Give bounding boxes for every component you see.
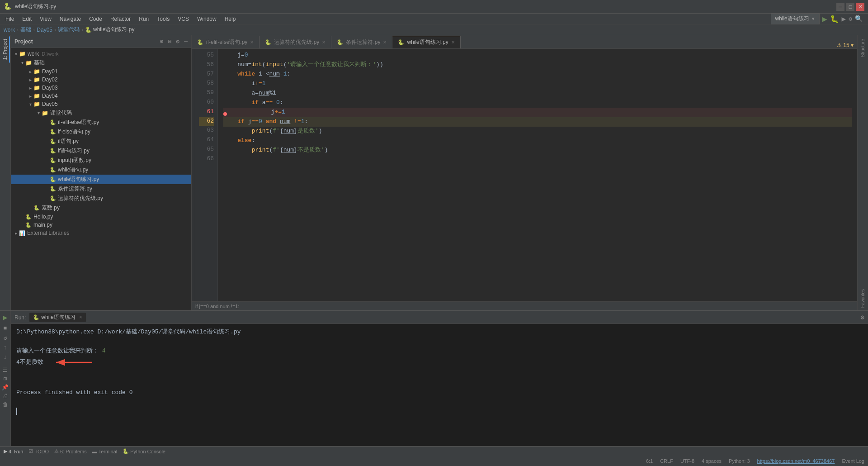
breadcrumb-day05[interactable]: Day05 [37, 27, 52, 33]
project-close-icon[interactable]: ─ [184, 38, 188, 45]
toolbar-search-icon[interactable]: 🔍 [855, 15, 863, 23]
code-area[interactable]: j=0 num=int(input('请输入一个任意数让我来判断：')) whi… [218, 49, 857, 301]
run-play-button[interactable]: ▶ [822, 14, 827, 24]
run-debug-button[interactable]: 🐛 [830, 14, 839, 24]
tree-item-if-elif[interactable]: 🐍 if-elif-else语句.py [11, 118, 191, 127]
project-settings-icon[interactable]: ⚙ [176, 38, 179, 45]
minimize-button[interactable]: ─ [836, 3, 844, 11]
tree-item-day03[interactable]: ▸ 📁 Day03 [11, 84, 191, 92]
menubar: File Edit View Navigate Code Refactor Ru… [0, 14, 868, 24]
tree-item-if-else[interactable]: 🐍 if-else语句.py [11, 127, 191, 137]
tree-label-while-practice: while语句练习.py [58, 176, 99, 183]
run-prompt-text: 请输入一个任意数让我来判断： [16, 347, 99, 354]
menu-refactor[interactable]: Refactor [107, 15, 134, 23]
tree-item-while-practice[interactable]: 🐍 while语句练习.py [11, 175, 191, 184]
run-panel-output[interactable]: D:\Python38\python.exe D:/work/基础/Day05/… [11, 324, 868, 446]
menu-code[interactable]: Code [85, 15, 106, 23]
run-tab-close[interactable]: × [79, 314, 82, 321]
run-play-icon[interactable]: ▶ [3, 313, 8, 322]
tree-item-day01[interactable]: ▸ 📁 Day01 [11, 67, 191, 76]
tree-item-input[interactable]: 🐍 input()函数.py [11, 156, 191, 165]
tree-item-condition-op[interactable]: 🐍 条件运算符.py [11, 184, 191, 194]
breadcrumb-work[interactable]: work [4, 27, 15, 33]
toolbar-settings-icon[interactable]: ⚙ [849, 15, 852, 23]
folder-icon-day05: 📁 [33, 101, 40, 107]
tree-item-day02[interactable]: ▸ 📁 Day02 [11, 76, 191, 84]
tree-item-op-priority[interactable]: 🐍 运算符的优先级.py [11, 194, 191, 203]
tree-item-jichu[interactable]: ▾ 📁 基础 [11, 58, 191, 67]
menu-help[interactable]: Help [221, 15, 240, 23]
close-button[interactable]: ✕ [856, 3, 864, 11]
menu-vcs[interactable]: VCS [174, 15, 193, 23]
menu-edit[interactable]: Edit [19, 15, 35, 23]
tree-item-day04[interactable]: ▸ 📁 Day04 [11, 92, 191, 100]
run-list-icon[interactable]: ☰ [3, 367, 8, 374]
run-coverage-button[interactable]: ▶ [842, 14, 846, 24]
vtab-project[interactable]: 1: Project [1, 36, 10, 62]
breadcrumb-filename[interactable]: while语句练习.py [93, 26, 134, 33]
tree-item-ketangdaima[interactable]: ▾ 📁 课堂代码 [11, 108, 191, 118]
file-icon-while-practice: 🐍 [50, 176, 56, 182]
btab-python-console[interactable]: 🐍 Python Console [123, 448, 165, 454]
tab-label-if-elif: if-elif-else语句.py [206, 38, 247, 46]
tree-arrow-day01: ▸ [27, 69, 33, 74]
editor-content[interactable]: 55 56 57 58 59 60 61 62 63 64 65 66 [192, 49, 857, 301]
run-panel-gear-icon[interactable]: ⚙ [861, 314, 864, 321]
right-sidebar: Structure Favorites [857, 35, 868, 310]
maximize-button[interactable]: □ [846, 3, 854, 11]
run-blank-3 [16, 379, 863, 388]
tree-item-if-stmt[interactable]: 🐍 if语句.py [11, 137, 191, 146]
file-icon-if-stmt: 🐍 [50, 138, 56, 144]
tab-close-if-elif[interactable]: ✕ [250, 40, 254, 45]
tree-item-hello[interactable]: 🐍 Hello.py [11, 213, 191, 221]
tree-item-day05[interactable]: ▾ 📁 Day05 [11, 100, 191, 108]
tree-item-ext-lib[interactable]: ▸ 📊 External Libraries [11, 229, 191, 237]
run-pin-icon[interactable]: 📌 [2, 384, 9, 391]
tree-item-main[interactable]: 🐍 main.py [11, 221, 191, 229]
btab-problems[interactable]: ⚠ 6: Problems [54, 448, 87, 454]
run-cursor-line[interactable] [16, 407, 863, 417]
tree-item-work[interactable]: ▾ 📁 work D:\work [11, 50, 191, 58]
menu-view[interactable]: View [36, 15, 55, 23]
tree-item-if-practice[interactable]: 🐍 if语句练习.py [11, 146, 191, 156]
tree-arrow-ketangdaima: ▾ [35, 110, 42, 115]
menu-navigate[interactable]: Navigate [56, 15, 85, 23]
tree-item-while[interactable]: 🐍 while语句.py [11, 165, 191, 175]
run-fold-icon[interactable]: ⊞ [4, 376, 7, 382]
run-scroll-up-icon[interactable]: ↑ [4, 344, 7, 351]
tab-close-op-priority[interactable]: ✕ [322, 40, 326, 45]
btab-run[interactable]: ▶ 4: Run [4, 448, 23, 454]
tab-while-practice[interactable]: 🐍 while语句练习.py ✕ [392, 36, 460, 48]
tab-close-condition-op[interactable]: ✕ [383, 40, 387, 45]
run-rerun-icon[interactable]: ↻ [4, 334, 7, 342]
run-config-button[interactable]: while语句练习 ▼ [771, 14, 819, 24]
tab-label-condition-op: 条件运算符.py [346, 38, 380, 46]
tab-condition-op[interactable]: 🐍 条件运算符.py ✕ [331, 36, 392, 48]
tab-icon-condition-op: 🐍 [337, 39, 343, 45]
status-lang: Python: 3 [729, 458, 750, 464]
run-trash-icon[interactable]: 🗑 [3, 401, 8, 408]
menu-tools[interactable]: Tools [153, 15, 173, 23]
menu-window[interactable]: Window [193, 15, 220, 23]
btab-problems-label: 6: Problems [60, 449, 87, 454]
tab-close-while-practice[interactable]: ✕ [451, 40, 455, 45]
menu-run[interactable]: Run [135, 15, 152, 23]
status-event-log[interactable]: Event Log [842, 458, 864, 464]
menu-file[interactable]: File [2, 15, 18, 23]
btab-todo[interactable]: ☑ TODO [28, 448, 49, 454]
run-stop-icon[interactable]: ■ [4, 325, 7, 332]
breadcrumb-ketangdaima[interactable]: 课堂代码 [58, 26, 80, 33]
btab-terminal[interactable]: ▬ Terminal [92, 449, 118, 454]
tab-if-elif[interactable]: 🐍 if-elif-else语句.py ✕ [192, 36, 259, 48]
breadcrumb-ji-chu[interactable]: 基础 [20, 26, 31, 33]
tab-op-priority[interactable]: 🐍 运算符的优先级.py ✕ [259, 36, 331, 48]
file-icon-condition-op: 🐍 [50, 186, 56, 192]
project-icon2[interactable]: ⊟ [168, 38, 172, 45]
file-icon-while: 🐍 [50, 167, 56, 173]
project-icon1[interactable]: ⊕ [160, 38, 164, 45]
tree-item-sushu[interactable]: 🐍 素数.py [11, 203, 191, 213]
run-print-icon[interactable]: 🖨 [3, 393, 8, 399]
vtab-structure[interactable]: Structure [859, 36, 867, 60]
vtab-favorites[interactable]: Favorites [859, 286, 867, 310]
run-scroll-down-icon[interactable]: ↓ [4, 354, 7, 361]
